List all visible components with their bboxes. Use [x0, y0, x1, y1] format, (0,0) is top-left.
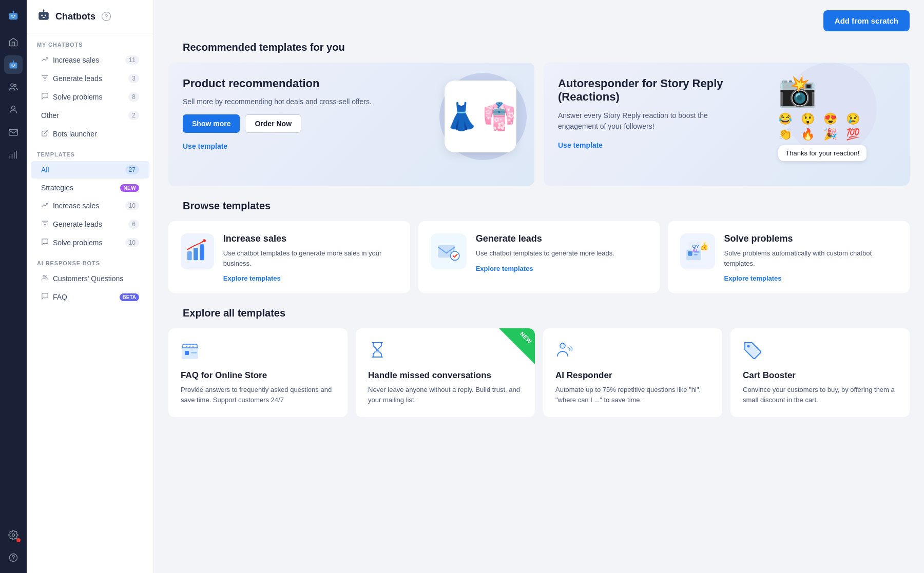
- sidebar-item-templates-generate-leads[interactable]: Generate leads 6: [31, 215, 149, 233]
- sidebar-item-generate-leads[interactable]: Generate leads 3: [31, 70, 149, 87]
- browse-card-generate-leads-content: Generate leads Use chatbot templates to …: [476, 233, 614, 273]
- browse-generate-leads-link[interactable]: Explore templates: [476, 265, 533, 272]
- templates-section-label: TEMPLATES: [27, 143, 153, 161]
- sidebar-item-templates-solve-problems[interactable]: Solve problems 10: [31, 234, 149, 251]
- explore-card-missed-conversations[interactable]: NEW Handle missed conversations Never le…: [356, 328, 535, 417]
- settings-icon[interactable]: [4, 526, 23, 544]
- sidebar-item-templates-solve-problems-label: Solve problems: [53, 239, 121, 247]
- browse-generate-leads-title: Generate leads: [476, 233, 614, 244]
- svg-point-8: [14, 65, 15, 66]
- sidebar-item-bots-launcher[interactable]: Bots launcher: [31, 125, 149, 143]
- browse-generate-leads-desc: Use chatbot templates to generate more l…: [476, 248, 614, 259]
- sidebar-item-templates-generate-leads-label: Generate leads: [53, 220, 124, 228]
- bot-icon[interactable]: [4, 55, 23, 74]
- browse-card-generate-leads: Generate leads Use chatbot templates to …: [418, 221, 660, 293]
- help-circle-icon[interactable]: [4, 548, 23, 567]
- svg-point-7: [11, 65, 13, 66]
- sidebar-item-other-count: 2: [128, 111, 139, 120]
- browse-solve-problems-title: Solve problems: [724, 233, 897, 244]
- product-recommendation-card: Product recommendation Sell more by reco…: [168, 63, 534, 186]
- product-use-template-link[interactable]: Use template: [183, 142, 227, 150]
- chart-icon[interactable]: [4, 146, 23, 164]
- explore-card-cart-booster[interactable]: Cart Booster Convince your customers to …: [730, 328, 910, 417]
- svg-rect-6: [10, 63, 17, 69]
- browse-title: Browse templates: [168, 200, 910, 221]
- ai-responder-title: AI Responder: [555, 370, 710, 381]
- filter-icon-2: [41, 220, 49, 229]
- browse-section: Browse templates Increase sales Use chat…: [154, 200, 924, 307]
- explore-card-ai-responder[interactable]: AI Responder Automate up to 75% repetiti…: [543, 328, 722, 417]
- sidebar-item-all-count: 27: [125, 165, 139, 174]
- explore-all-section: Explore all templates FAQ for Online Sto…: [154, 307, 924, 431]
- recommended-section: Recommended templates for you Product re…: [154, 42, 924, 200]
- svg-point-18: [13, 560, 13, 560]
- sidebar-item-faq-label: FAQ: [53, 293, 116, 301]
- sidebar-item-all-label: All: [41, 166, 121, 174]
- ai-responder-desc: Automate up to 75% repetitive questions …: [555, 385, 710, 405]
- svg-rect-27: [187, 251, 192, 260]
- sidebar-item-other-label: Other: [41, 111, 124, 120]
- svg-point-20: [41, 14, 43, 16]
- launch-icon: [41, 129, 49, 139]
- svg-point-46: [747, 345, 750, 348]
- sidebar-item-templates-solve-problems-count: 10: [125, 238, 139, 247]
- svg-rect-19: [38, 12, 49, 20]
- svg-point-45: [560, 343, 565, 348]
- main-content: Add from scratch Recommended templates f…: [154, 0, 924, 573]
- sidebar-item-strategies[interactable]: Strategies NEW: [31, 180, 149, 196]
- sidebar-item-customers-questions[interactable]: Customers' Questions: [31, 270, 149, 287]
- svg-rect-29: [200, 244, 205, 260]
- missed-conv-desc: Never leave anyone without a reply. Buil…: [368, 385, 523, 405]
- sidebar-item-increase-sales[interactable]: Increase sales 11: [31, 51, 149, 69]
- logo-icon[interactable]: [4, 6, 23, 25]
- new-ribbon: [499, 328, 535, 364]
- main-header: Add from scratch: [154, 0, 924, 42]
- ai-response-section-label: AI RESPONSE BOTS: [27, 252, 153, 269]
- person-icon[interactable]: [4, 101, 23, 119]
- svg-rect-15: [9, 129, 18, 135]
- help-icon[interactable]: ?: [102, 12, 111, 21]
- autoresponder-card-title: Autoresponder for Story Reply (Reactions…: [558, 77, 743, 104]
- faq-chat-icon: [41, 292, 49, 302]
- store-icon: [181, 341, 335, 363]
- browse-increase-sales-desc: Use chatbot templates to generate more s…: [223, 248, 398, 268]
- sidebar-item-templates-increase-sales-label: Increase sales: [53, 202, 121, 210]
- sidebar-item-other[interactable]: Other 2: [31, 107, 149, 124]
- cart-booster-desc: Convince your customers to buy, by offer…: [743, 385, 897, 405]
- sidebar-item-faq[interactable]: FAQ BETA: [31, 288, 149, 306]
- order-now-button[interactable]: Order Now: [245, 114, 301, 133]
- people-icon[interactable]: [4, 78, 23, 96]
- sidebar-header: Chatbots ?: [27, 0, 153, 33]
- svg-text:A!: A!: [692, 248, 698, 253]
- new-badge-strategies: NEW: [120, 184, 139, 192]
- svg-point-2: [14, 15, 15, 17]
- svg-point-14: [12, 106, 15, 110]
- sidebar-item-templates-increase-sales-count: 10: [125, 201, 139, 210]
- explore-all-grid: FAQ for Online Store Provide answers to …: [168, 328, 910, 417]
- browse-card-increase-sales-content: Increase sales Use chatbot templates to …: [223, 233, 398, 283]
- svg-point-32: [450, 251, 459, 260]
- browse-solve-problems-desc: Solve problems automatically with custom…: [724, 248, 897, 268]
- explore-card-faq-store[interactable]: FAQ for Online Store Provide answers to …: [168, 328, 348, 417]
- sidebar-item-solve-problems-label: Solve problems: [53, 93, 124, 101]
- sidebar-item-templates-increase-sales[interactable]: Increase sales 10: [31, 197, 149, 214]
- sidebar-item-all[interactable]: All 27: [31, 161, 149, 179]
- browse-solve-problems-link[interactable]: Explore templates: [724, 274, 782, 282]
- autoresponder-card-content: Autoresponder for Story Reply (Reactions…: [558, 77, 743, 150]
- sidebar-item-generate-leads-count: 3: [128, 74, 139, 83]
- recommended-title: Recommended templates for you: [168, 42, 910, 63]
- autoresponder-use-template-link[interactable]: Use template: [558, 141, 603, 149]
- add-from-scratch-button[interactable]: Add from scratch: [823, 10, 910, 31]
- show-more-button[interactable]: Show more: [183, 114, 240, 133]
- trending-up-icon-2: [41, 201, 49, 210]
- browse-card-increase-sales: Increase sales Use chatbot templates to …: [168, 221, 410, 293]
- home-icon[interactable]: [4, 33, 23, 51]
- sidebar-item-solve-problems[interactable]: Solve problems 8: [31, 88, 149, 106]
- browse-card-solve-problems-content: Solve problems Solve problems automatica…: [724, 233, 897, 283]
- mail-icon[interactable]: [4, 123, 23, 142]
- svg-point-21: [45, 14, 46, 16]
- browse-increase-sales-title: Increase sales: [223, 233, 398, 244]
- svg-point-5: [13, 11, 14, 12]
- sidebar-item-templates-generate-leads-count: 6: [128, 220, 139, 229]
- browse-increase-sales-link[interactable]: Explore templates: [223, 274, 281, 282]
